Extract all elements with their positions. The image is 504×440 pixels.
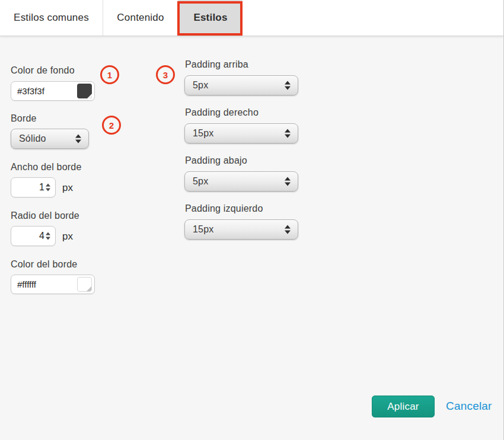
swatch-fold-icon bbox=[87, 286, 91, 291]
padding-bottom-select[interactable]: 5px bbox=[184, 171, 298, 192]
chevron-up-down-icon bbox=[285, 177, 291, 186]
annotation-circle-1: 1 bbox=[100, 65, 119, 84]
padding-left-value: 15px bbox=[193, 220, 214, 239]
annotation-circle-3: 3 bbox=[156, 65, 175, 84]
padding-left-label: Padding izquierdo bbox=[185, 203, 263, 214]
border-width-label: Ancho del borde bbox=[11, 162, 82, 173]
border-style-value: Sólido bbox=[19, 129, 46, 148]
border-color-value[interactable] bbox=[17, 276, 74, 293]
border-width-value[interactable] bbox=[15, 178, 44, 196]
border-color-label: Color del borde bbox=[11, 259, 77, 270]
border-radius-unit: px bbox=[62, 231, 73, 243]
border-color-input[interactable] bbox=[11, 275, 95, 294]
background-color-swatch[interactable] bbox=[77, 84, 92, 98]
cancel-link[interactable]: Cancelar bbox=[446, 400, 492, 413]
annotation-circle-2: 2 bbox=[102, 116, 121, 135]
tab-bar: Estilos comunes Contenido Estilos bbox=[0, 0, 503, 36]
border-color-swatch[interactable] bbox=[77, 277, 92, 292]
background-color-label: Color de fondo bbox=[11, 65, 75, 76]
padding-bottom-label: Padding abajo bbox=[185, 155, 247, 166]
tab-estilos[interactable]: Estilos bbox=[178, 0, 243, 36]
swatch-fold-icon bbox=[87, 94, 92, 98]
border-style-select[interactable]: Sólido bbox=[11, 129, 89, 149]
padding-right-value: 15px bbox=[193, 124, 214, 143]
padding-right-label: Padding derecho bbox=[185, 107, 259, 118]
border-width-input[interactable] bbox=[11, 177, 56, 197]
chevron-up-down-icon bbox=[285, 81, 291, 90]
spinner-icon[interactable] bbox=[46, 232, 50, 240]
padding-left-select[interactable]: 15px bbox=[184, 219, 298, 240]
background-color-value[interactable] bbox=[17, 82, 74, 100]
border-style-label: Borde bbox=[11, 113, 37, 124]
apply-button[interactable]: Aplicar bbox=[372, 396, 435, 417]
padding-top-label: Padding arriba bbox=[185, 59, 248, 70]
border-width-unit: px bbox=[62, 182, 73, 194]
tab-estilos-comunes[interactable]: Estilos comunes bbox=[0, 0, 103, 36]
padding-bottom-value: 5px bbox=[193, 172, 208, 191]
border-radius-label: Radio del borde bbox=[11, 211, 79, 221]
background-color-input[interactable] bbox=[11, 81, 95, 101]
tab-contenido[interactable]: Contenido bbox=[103, 0, 178, 36]
padding-top-value: 5px bbox=[193, 76, 208, 95]
border-radius-input[interactable] bbox=[11, 226, 56, 246]
style-editor-panel: Estilos comunes Contenido Estilos Color … bbox=[0, 0, 504, 440]
spinner-icon[interactable] bbox=[46, 184, 50, 192]
chevron-up-down-icon bbox=[285, 225, 291, 234]
padding-right-select[interactable]: 15px bbox=[184, 123, 298, 144]
chevron-up-down-icon bbox=[75, 135, 81, 144]
padding-top-select[interactable]: 5px bbox=[184, 75, 298, 95]
chevron-up-down-icon bbox=[285, 129, 291, 138]
border-radius-value[interactable] bbox=[15, 227, 44, 245]
